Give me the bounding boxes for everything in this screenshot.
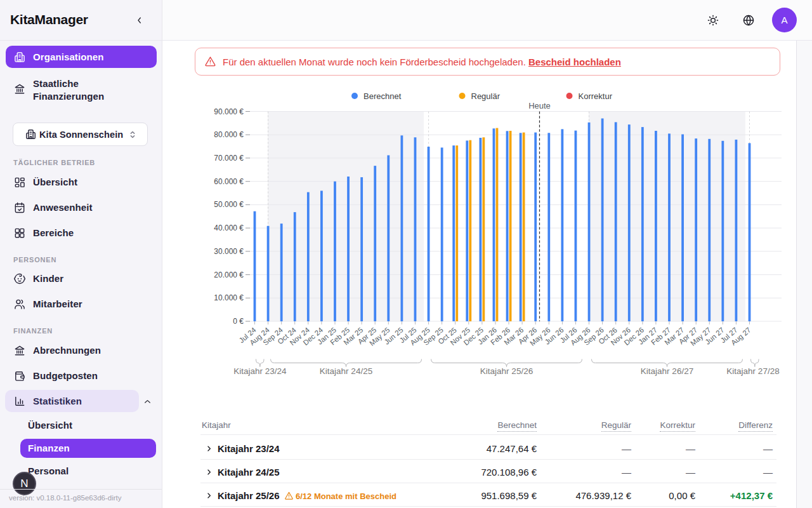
svg-text:60.000 €: 60.000 € xyxy=(214,177,244,186)
svg-text:70.000 €: 70.000 € xyxy=(214,154,244,163)
svg-text:40.000 €: 40.000 € xyxy=(214,224,244,232)
svg-text:10.000 €: 10.000 € xyxy=(214,293,244,302)
svg-text:Berechnet: Berechnet xyxy=(363,91,402,101)
svg-text:Kitajahr 25/26: Kitajahr 25/26 xyxy=(480,366,533,376)
svg-text:Kitajahr 27/28: Kitajahr 27/28 xyxy=(726,366,779,376)
svg-text:50.000 €: 50.000 € xyxy=(214,200,244,209)
svg-text:Kitajahr 23/24: Kitajahr 23/24 xyxy=(233,366,287,376)
svg-text:90.000 €: 90.000 € xyxy=(214,107,244,116)
svg-text:Heute: Heute xyxy=(528,101,551,110)
svg-text:20.000 €: 20.000 € xyxy=(214,271,244,279)
svg-text:30.000 €: 30.000 € xyxy=(214,247,244,256)
svg-text:Korrektur: Korrektur xyxy=(579,91,613,101)
svg-text:0 €: 0 € xyxy=(233,317,244,326)
svg-text:80.000 €: 80.000 € xyxy=(214,130,244,139)
svg-text:Kitajahr 24/25: Kitajahr 24/25 xyxy=(320,366,372,376)
svg-text:Kitajahr 26/27: Kitajahr 26/27 xyxy=(641,366,693,376)
svg-text:Regulär: Regulär xyxy=(471,91,501,101)
